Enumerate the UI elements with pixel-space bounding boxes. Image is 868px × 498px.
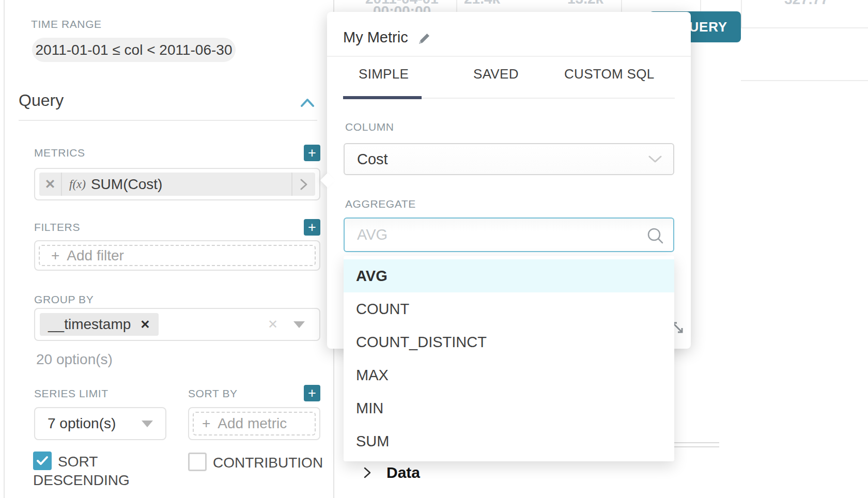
- filters-container: + Add filter: [34, 240, 320, 271]
- search-icon: [646, 227, 665, 247]
- column-label: COLUMN: [345, 121, 394, 133]
- column-value: Cost: [357, 151, 388, 168]
- popover-title: My Metric: [343, 29, 408, 46]
- chevron-right-icon: [299, 178, 308, 191]
- group-by-select[interactable]: __timestamp ✕ ✕: [34, 308, 320, 341]
- sort-by-label: SORT BY: [188, 387, 238, 400]
- metrics-label: METRICS: [34, 147, 85, 159]
- option-count[interactable]: COUNT: [344, 292, 674, 325]
- table-cell-value: 21.4k: [464, 0, 500, 7]
- time-range-pill[interactable]: 2011-01-01 ≤ col < 2011-06-30: [32, 38, 236, 62]
- chevron-right-icon: [362, 466, 373, 479]
- series-limit-select[interactable]: 7 option(s): [34, 407, 166, 440]
- edit-metric-button[interactable]: [292, 178, 315, 191]
- remove-tag-icon[interactable]: ✕: [140, 318, 150, 332]
- clear-select-icon[interactable]: ✕: [268, 317, 278, 332]
- add-sort-metric-button[interactable]: + Add metric: [193, 412, 316, 435]
- popover-arrow: [320, 173, 335, 188]
- sort-by-container: + Add metric: [188, 407, 320, 440]
- chevron-down-icon: [648, 155, 662, 163]
- option-min[interactable]: MIN: [344, 392, 674, 425]
- explore-view: 2011-04-01 00:00:00 21.4k 13.2k 327.77 U…: [0, 0, 868, 498]
- aggregate-search-input[interactable]: [345, 219, 673, 251]
- sort-descending-label-line2: DESCENDING: [33, 472, 130, 489]
- function-icon: f(x): [69, 178, 86, 191]
- table-grid-line: [741, 27, 868, 28]
- group-by-options-hint: 20 option(s): [36, 351, 113, 368]
- metric-name: SUM(Cost): [91, 176, 291, 193]
- option-sum[interactable]: SUM: [344, 425, 674, 458]
- sort-descending-label-line1: SORT: [58, 454, 98, 470]
- add-filter-label: Add filter: [67, 247, 124, 264]
- option-avg[interactable]: AVG: [344, 259, 674, 292]
- table-cell-value: 327.77: [784, 0, 829, 8]
- divider: [61, 173, 62, 196]
- table-grid-line: [741, 80, 868, 81]
- data-panel-title: Data: [386, 464, 420, 481]
- add-metric-plus-button[interactable]: +: [304, 145, 320, 161]
- sort-descending-checkbox[interactable]: [33, 452, 52, 470]
- contribution-label: CONTRIBUTION: [213, 455, 323, 471]
- active-tab-indicator: [343, 96, 422, 99]
- caret-down-icon[interactable]: [293, 321, 305, 328]
- aggregate-select[interactable]: [344, 217, 674, 252]
- group-by-label: GROUP BY: [34, 293, 94, 306]
- series-limit-label: SERIES LIMIT: [34, 387, 109, 400]
- expand-data-panel-button[interactable]: [362, 466, 373, 481]
- table-grid-line: [741, 0, 742, 27]
- series-limit-value: 7 option(s): [48, 415, 116, 432]
- option-count-distinct[interactable]: COUNT_DISTINCT: [344, 325, 674, 359]
- table-cell-value: 13.2k: [567, 0, 603, 7]
- metric-pill[interactable]: ✕ f(x) SUM(Cost): [39, 173, 315, 196]
- divider: [19, 120, 317, 121]
- divider: [327, 56, 691, 57]
- filters-label: FILTERS: [34, 221, 80, 234]
- metrics-container: ✕ f(x) SUM(Cost): [34, 168, 320, 200]
- plus-icon: +: [51, 247, 59, 264]
- option-max[interactable]: MAX: [344, 359, 674, 392]
- tab-saved[interactable]: SAVED: [473, 66, 519, 82]
- query-section-title: Query: [19, 91, 64, 110]
- group-by-tag[interactable]: __timestamp ✕: [40, 313, 159, 336]
- tag-label: __timestamp: [48, 316, 131, 333]
- check-icon: [36, 456, 49, 466]
- contribution-checkbox[interactable]: [188, 453, 207, 471]
- table-grid-line: [621, 0, 622, 12]
- panel-left-border: [4, 0, 5, 498]
- column-select[interactable]: Cost: [344, 143, 674, 175]
- table-grid-line: [456, 0, 457, 12]
- collapse-section-button[interactable]: [301, 98, 314, 110]
- pencil-icon: [417, 32, 431, 46]
- add-sort-metric-plus-button[interactable]: +: [304, 385, 320, 401]
- caret-down-icon: [142, 421, 153, 427]
- chevron-up-icon: [301, 98, 314, 108]
- add-filter-button[interactable]: + Add filter: [39, 245, 316, 266]
- tab-custom-sql[interactable]: CUSTOM SQL: [564, 66, 654, 82]
- remove-metric-icon[interactable]: ✕: [39, 177, 61, 192]
- tab-simple[interactable]: SIMPLE: [359, 66, 409, 82]
- add-filter-plus-button[interactable]: +: [304, 219, 320, 236]
- edit-title-button[interactable]: [417, 32, 431, 48]
- time-range-label: TIME RANGE: [31, 18, 102, 30]
- aggregate-label: AGGREGATE: [345, 198, 416, 210]
- aggregate-options-dropdown: AVG COUNT COUNT_DISTINCT MAX MIN SUM: [344, 256, 674, 461]
- plus-icon: +: [202, 415, 210, 432]
- add-metric-label: Add metric: [218, 415, 287, 432]
